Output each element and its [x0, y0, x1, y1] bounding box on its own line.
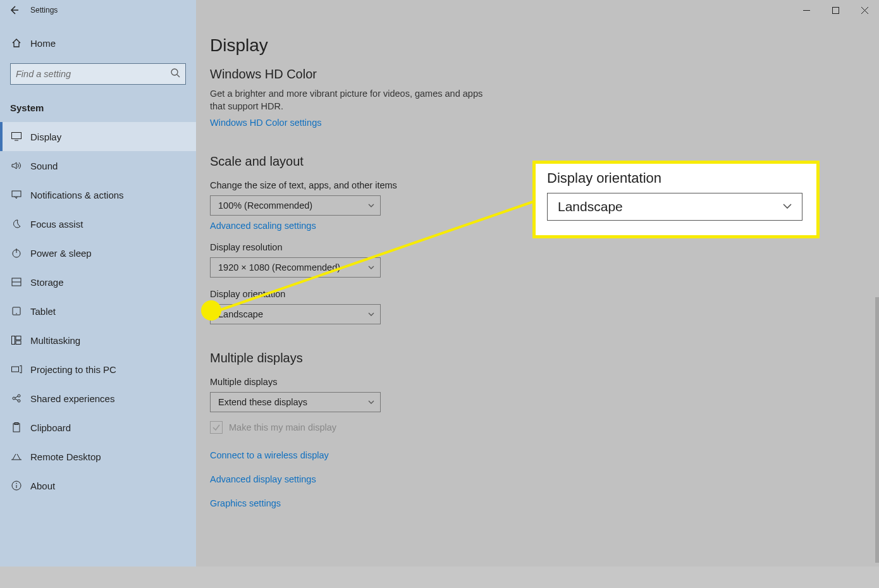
sidebar-item-label: Display — [30, 132, 61, 142]
svg-point-15 — [16, 313, 17, 314]
sidebar-item-label: Tablet — [30, 306, 56, 317]
resolution-label: Display resolution — [210, 242, 879, 252]
svg-rect-16 — [12, 336, 15, 345]
svg-rect-7 — [12, 133, 22, 139]
svg-point-21 — [18, 395, 20, 397]
svg-line-24 — [15, 399, 18, 400]
home-nav[interactable]: Home — [0, 29, 196, 57]
multiple-displays-title: Multiple displays — [210, 351, 879, 365]
hd-color-settings-link[interactable]: Windows HD Color settings — [210, 118, 321, 128]
svg-line-6 — [177, 75, 180, 77]
multiple-displays-dropdown[interactable]: Extend these displays — [210, 392, 381, 412]
sidebar-section-label: System — [0, 96, 196, 118]
hd-color-desc: Get a brighter and more vibrant picture … — [210, 88, 488, 113]
minimize-button[interactable] — [792, 0, 821, 20]
sidebar-item-focus-assist[interactable]: Focus assist — [0, 209, 196, 238]
svg-point-20 — [13, 397, 15, 400]
sidebar-item-label: Notifications & actions — [30, 190, 124, 200]
resolution-dropdown[interactable]: 1920 × 1080 (Recommended) — [210, 257, 381, 278]
advanced-scaling-link[interactable]: Advanced scaling settings — [210, 221, 316, 231]
sidebar-item-label: Projecting to this PC — [30, 364, 116, 375]
sidebar-item-label: Clipboard — [30, 422, 71, 433]
projecting-icon — [10, 365, 23, 374]
window-title: Settings — [30, 6, 58, 15]
back-button[interactable] — [9, 5, 19, 15]
sidebar-item-label: Power & sleep — [30, 248, 92, 259]
multiple-displays-label: Multiple displays — [210, 377, 879, 387]
tablet-icon — [10, 307, 23, 315]
sidebar-item-power-sleep[interactable]: Power & sleep — [0, 238, 196, 267]
sidebar-item-label: Sound — [30, 161, 58, 171]
sound-icon — [10, 161, 23, 170]
chevron-down-icon — [367, 310, 375, 318]
svg-point-30 — [16, 483, 17, 484]
shared-icon — [10, 394, 23, 403]
moon-icon — [10, 219, 23, 229]
annotation-dot — [201, 300, 221, 321]
sidebar: Home System DisplaySoundNotifications & … — [0, 0, 196, 567]
graphics-settings-link[interactable]: Graphics settings — [210, 498, 879, 508]
svg-point-5 — [171, 69, 178, 75]
chevron-down-icon — [367, 264, 375, 271]
sidebar-item-label: Remote Desktop — [30, 451, 101, 462]
checkbox-icon — [210, 421, 223, 434]
svg-rect-18 — [16, 341, 21, 345]
sidebar-item-label: Shared experiences — [30, 393, 114, 404]
callout-title: Display orientation — [547, 170, 805, 187]
maximize-button[interactable] — [821, 0, 850, 20]
sidebar-item-notifications-actions[interactable]: Notifications & actions — [0, 180, 196, 209]
callout-dropdown: Landscape — [547, 193, 802, 221]
svg-rect-17 — [16, 336, 21, 340]
clipboard-icon — [10, 422, 23, 432]
sidebar-item-projecting-to-this-pc[interactable]: Projecting to this PC — [0, 355, 196, 384]
sidebar-item-label: About — [30, 481, 55, 491]
hd-color-title: Windows HD Color — [210, 67, 879, 82]
orientation-label: Display orientation — [210, 289, 879, 299]
main-content: Display Windows HD Color Get a brighter … — [196, 0, 879, 567]
sidebar-item-shared-experiences[interactable]: Shared experiences — [0, 384, 196, 413]
advanced-display-link[interactable]: Advanced display settings — [210, 474, 879, 484]
notifications-icon — [10, 190, 23, 199]
chevron-down-icon — [367, 398, 375, 406]
sidebar-item-label: Storage — [30, 277, 64, 288]
page-title: Display — [210, 35, 879, 56]
svg-rect-9 — [12, 191, 21, 197]
search-icon — [171, 68, 180, 80]
search-input[interactable] — [10, 63, 186, 85]
sidebar-item-about[interactable]: About — [0, 471, 196, 500]
svg-point-22 — [18, 400, 20, 402]
home-label: Home — [30, 38, 56, 49]
power-icon — [10, 248, 23, 258]
chevron-down-icon — [782, 200, 793, 214]
about-icon — [10, 481, 23, 491]
sidebar-item-display[interactable]: Display — [0, 122, 196, 151]
sidebar-item-sound[interactable]: Sound — [0, 151, 196, 180]
home-icon — [10, 38, 23, 48]
sidebar-item-storage[interactable]: Storage — [0, 267, 196, 297]
text-size-dropdown[interactable]: 100% (Recommended) — [210, 195, 381, 216]
annotation-callout: Display orientation Landscape — [532, 161, 820, 238]
remote-icon — [10, 452, 23, 461]
connect-wireless-link[interactable]: Connect to a wireless display — [210, 450, 879, 460]
scrollbar[interactable] — [875, 297, 879, 563]
main-display-checkbox: Make this my main display — [210, 421, 879, 434]
storage-icon — [10, 278, 23, 286]
svg-rect-19 — [12, 367, 19, 372]
sidebar-item-tablet[interactable]: Tablet — [0, 297, 196, 326]
sidebar-item-multitasking[interactable]: Multitasking — [0, 326, 196, 355]
close-button[interactable] — [850, 0, 879, 20]
svg-rect-2 — [832, 7, 839, 13]
svg-line-23 — [15, 396, 18, 398]
display-icon — [10, 132, 23, 141]
orientation-dropdown[interactable]: Landscape — [210, 304, 381, 324]
sidebar-item-remote-desktop[interactable]: Remote Desktop — [0, 442, 196, 471]
chevron-down-icon — [367, 202, 375, 209]
sidebar-item-label: Focus assist — [30, 219, 83, 230]
multitasking-icon — [10, 336, 23, 345]
sidebar-item-clipboard[interactable]: Clipboard — [0, 413, 196, 442]
sidebar-item-label: Multitasking — [30, 335, 80, 346]
